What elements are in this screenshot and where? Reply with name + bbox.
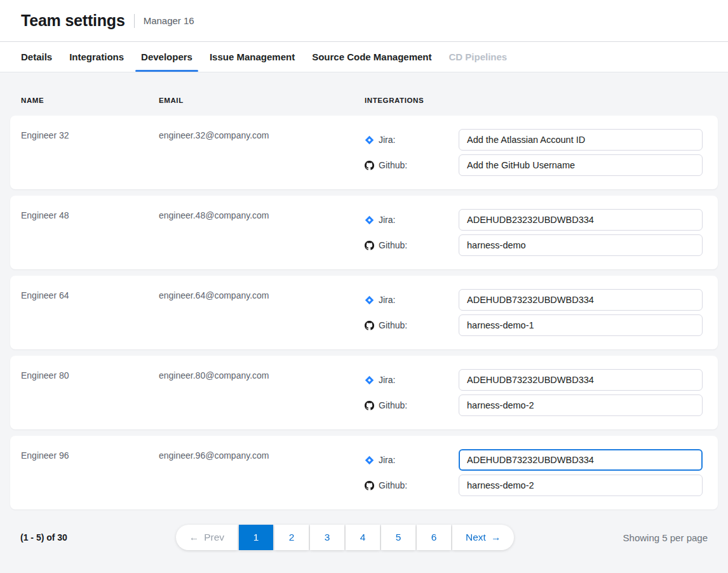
column-header-name: NAME <box>21 97 159 104</box>
github-label-text: Github: <box>379 160 407 170</box>
page-number-button-4[interactable]: 4 <box>346 525 380 550</box>
page-subtitle: Manager 16 <box>144 15 194 26</box>
jira-label: Jira: <box>365 455 459 465</box>
jira-account-id-input[interactable] <box>459 209 703 231</box>
tab-details[interactable]: Details <box>21 42 52 72</box>
column-header-email: EMAIL <box>159 97 365 104</box>
tab-integrations[interactable]: Integrations <box>69 42 124 72</box>
github-integration-line: Github: <box>365 394 703 416</box>
table-row: Engineer 32 engineer.32@company.com Jira… <box>10 116 718 189</box>
github-integration-line: Github: <box>365 475 703 496</box>
jira-icon <box>365 295 374 305</box>
github-label-text: Github: <box>379 320 407 330</box>
engineer-email: engineer.96@company.com <box>159 449 365 497</box>
github-username-input[interactable] <box>459 154 703 176</box>
github-username-input[interactable] <box>459 234 703 256</box>
github-username-input[interactable] <box>459 475 703 496</box>
github-integration-line: Github: <box>365 154 703 176</box>
integrations-cell: Jira: Github: <box>365 369 703 417</box>
table-row: Engineer 48 engineer.48@company.com Jira… <box>10 196 718 269</box>
jira-label: Jira: <box>365 215 459 225</box>
prev-page-button[interactable]: ← Prev <box>176 525 238 550</box>
github-icon <box>365 481 374 490</box>
tab-label: Source Code Management <box>312 51 431 62</box>
tab-developers[interactable]: Developers <box>141 42 192 72</box>
github-label: Github: <box>365 480 459 490</box>
table-header-row: NAME EMAIL INTEGRATIONS <box>10 83 718 104</box>
arrow-right-icon: → <box>491 532 501 543</box>
tab-label: Details <box>21 51 52 62</box>
engineer-email: engineer.32@company.com <box>159 129 365 177</box>
jira-account-id-input[interactable] <box>459 129 703 151</box>
jira-integration-line: Jira: <box>365 289 703 311</box>
arrow-left-icon: ← <box>189 532 199 543</box>
engineer-name: Engineer 96 <box>21 449 159 497</box>
table-row: Engineer 96 engineer.96@company.com Jira… <box>10 436 718 509</box>
jira-integration-line: Jira: <box>365 369 703 391</box>
github-integration-line: Github: <box>365 314 703 336</box>
engineer-name: Engineer 48 <box>21 209 159 257</box>
jira-icon <box>365 215 374 225</box>
github-icon <box>365 401 374 410</box>
page-number-button-6[interactable]: 6 <box>417 525 451 550</box>
engineer-email: engineer.80@company.com <box>159 369 365 417</box>
tab-issue-management[interactable]: Issue Management <box>210 42 295 72</box>
page-number-button-2[interactable]: 2 <box>274 525 309 550</box>
github-username-input[interactable] <box>459 314 703 336</box>
github-label: Github: <box>365 240 459 250</box>
jira-label-text: Jira: <box>379 135 395 145</box>
tab-source-code-management[interactable]: Source Code Management <box>312 42 431 72</box>
tab-cd-pipelines: CD Pipelines <box>449 42 508 72</box>
pagination-bar: (1 - 5) of 30 ← Prev 1 2 3 4 5 6 Next → … <box>10 525 718 550</box>
engineer-name: Engineer 80 <box>21 369 159 417</box>
jira-integration-line: Jira: <box>365 129 703 151</box>
engineer-email: engineer.64@company.com <box>159 289 365 337</box>
page-header: Team settings Manager 16 <box>0 0 728 42</box>
jira-label: Jira: <box>365 295 459 305</box>
jira-account-id-input[interactable] <box>459 369 703 391</box>
tab-label: Integrations <box>69 51 124 62</box>
github-icon <box>365 241 374 250</box>
tab-label: Issue Management <box>210 51 295 62</box>
next-label: Next <box>466 532 486 543</box>
jira-account-id-input[interactable] <box>459 289 703 311</box>
integrations-cell: Jira: Github: <box>365 289 703 337</box>
github-label-text: Github: <box>379 240 407 250</box>
jira-account-id-input[interactable] <box>459 449 703 471</box>
per-page-label: Showing 5 per page <box>623 532 708 543</box>
page-number-button-3[interactable]: 3 <box>310 525 344 550</box>
table-body: Engineer 32 engineer.32@company.com Jira… <box>10 116 718 509</box>
page-number-button-1[interactable]: 1 <box>239 525 273 550</box>
next-page-button[interactable]: Next → <box>452 525 514 550</box>
github-label-text: Github: <box>379 480 407 490</box>
pagination-range-label: (1 - 5) of 30 <box>20 532 67 543</box>
jira-label-text: Jira: <box>379 375 395 385</box>
jira-label-text: Jira: <box>379 215 395 225</box>
jira-label-text: Jira: <box>379 295 395 305</box>
prev-label: Prev <box>204 532 224 543</box>
engineer-name: Engineer 32 <box>21 129 159 177</box>
github-icon <box>365 161 374 170</box>
table-row: Engineer 64 engineer.64@company.com Jira… <box>10 276 718 349</box>
tab-label: CD Pipelines <box>449 51 508 62</box>
github-username-input[interactable] <box>459 394 703 416</box>
jira-label-text: Jira: <box>379 455 395 465</box>
engineer-email: engineer.48@company.com <box>159 209 365 257</box>
jira-label: Jira: <box>365 135 459 145</box>
jira-icon <box>365 455 374 465</box>
jira-icon <box>365 375 374 385</box>
title-divider <box>134 14 135 28</box>
engineer-name: Engineer 64 <box>21 289 159 337</box>
jira-icon <box>365 135 374 145</box>
page-number-button-5[interactable]: 5 <box>381 525 415 550</box>
jira-integration-line: Jira: <box>365 209 703 231</box>
github-label-text: Github: <box>379 400 407 410</box>
tab-label: Developers <box>141 51 192 62</box>
jira-integration-line: Jira: <box>365 449 703 471</box>
integrations-cell: Jira: Github: <box>365 209 703 257</box>
pager: ← Prev 1 2 3 4 5 6 Next → <box>176 525 515 550</box>
github-label: Github: <box>365 320 459 330</box>
github-icon <box>365 321 374 330</box>
developers-table: NAME EMAIL INTEGRATIONS Engineer 32 engi… <box>0 72 728 550</box>
page-title: Team settings <box>21 11 125 30</box>
